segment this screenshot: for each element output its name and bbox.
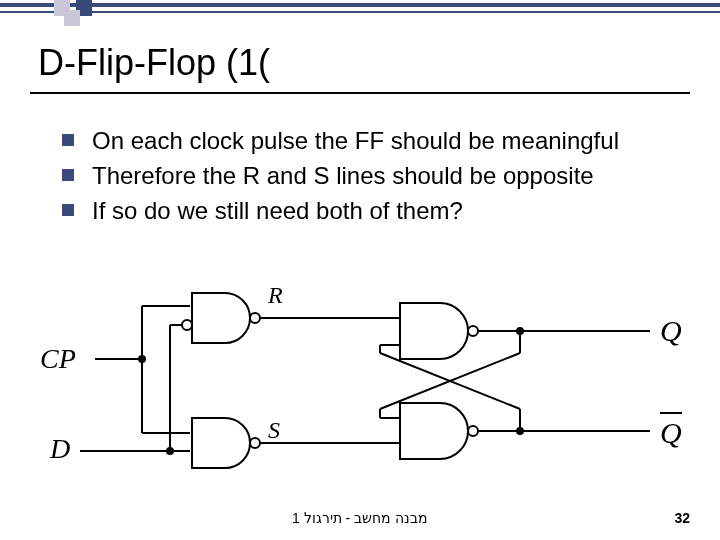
slide-header-decoration [0,0,720,30]
bullet-icon [62,204,74,216]
svg-point-19 [468,326,478,336]
label-cp: CP [40,343,76,374]
label-qbar: Q [660,416,682,449]
svg-point-14 [182,320,192,330]
label-r: R [267,282,283,308]
svg-point-20 [468,426,478,436]
bullet-text: Therefore the R and S lines should be op… [92,160,594,191]
label-q: Q [660,314,682,347]
nand-gate [192,293,250,343]
circuit-diagram: CP D R S Q Q [30,263,692,483]
slide-title: D-Flip-Flop (1( [38,42,270,84]
label-d: D [49,433,70,464]
nand-gate [192,418,250,468]
title-underline [30,92,690,94]
svg-rect-4 [64,10,80,26]
list-item: If so do we still need both of them? [62,195,619,226]
svg-rect-1 [0,11,720,13]
bullet-text: On each clock pulse the FF should be mea… [92,125,619,156]
svg-point-15 [250,313,260,323]
bullet-list: On each clock pulse the FF should be mea… [62,125,619,231]
page-number: 32 [674,510,690,526]
bullet-icon [62,169,74,181]
svg-point-16 [250,438,260,448]
nand-gate [400,303,468,359]
label-s: S [268,417,280,443]
svg-rect-0 [0,3,720,7]
list-item: On each clock pulse the FF should be mea… [62,125,619,156]
footer-text: מבנה מחשב - תירגול 1 [0,510,720,526]
nand-gate [400,403,468,459]
list-item: Therefore the R and S lines should be op… [62,160,619,191]
bullet-icon [62,134,74,146]
bullet-text: If so do we still need both of them? [92,195,463,226]
